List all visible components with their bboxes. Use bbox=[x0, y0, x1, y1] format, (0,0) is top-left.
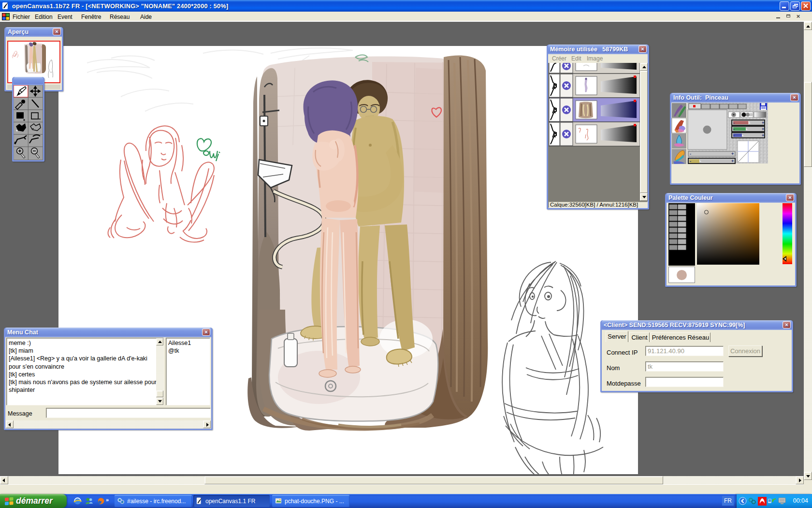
svg-text:+: + bbox=[762, 133, 764, 138]
svg-text:+: + bbox=[731, 159, 734, 164]
svg-text:-: - bbox=[733, 120, 735, 125]
svg-text:-: - bbox=[690, 159, 691, 164]
svg-text:-: - bbox=[733, 127, 735, 132]
svg-text:-: - bbox=[690, 151, 691, 156]
svg-text:+: + bbox=[731, 151, 734, 156]
svg-text:+: + bbox=[762, 120, 764, 125]
svg-text:-: - bbox=[733, 133, 735, 138]
svg-text:+: + bbox=[762, 127, 764, 132]
